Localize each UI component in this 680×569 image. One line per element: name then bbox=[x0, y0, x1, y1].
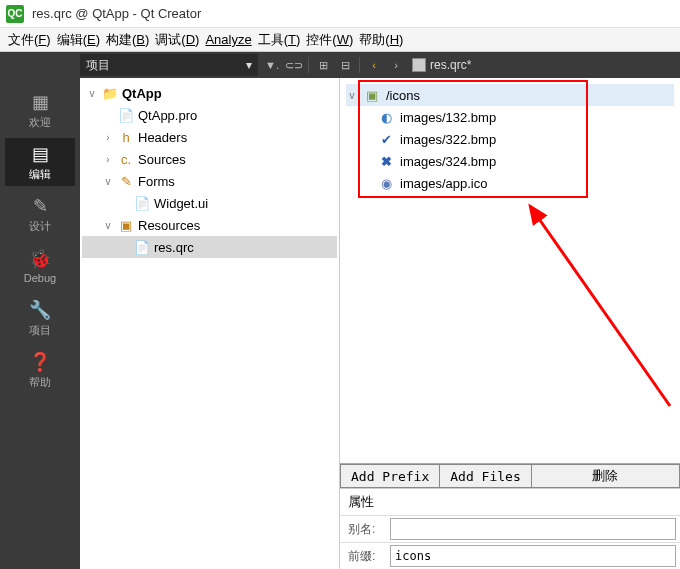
tree-label: Forms bbox=[138, 174, 175, 189]
menubar: 文件(F) 编辑(E) 构建(B) 调试(D) Analyze 工具(T) 控件… bbox=[0, 28, 680, 52]
wrench-icon: 🔧 bbox=[29, 299, 51, 321]
grid-icon: ▦ bbox=[29, 91, 51, 113]
mode-label: 欢迎 bbox=[29, 115, 51, 130]
close-split-icon[interactable]: ⊟ bbox=[335, 55, 355, 75]
expand-icon[interactable]: v bbox=[102, 219, 114, 231]
menu-build[interactable]: 构建(B) bbox=[106, 31, 149, 49]
mode-design[interactable]: ✎ 设计 bbox=[5, 190, 75, 238]
titlebar: QC res.qrc @ QtApp - Qt Creator bbox=[0, 0, 680, 28]
nav-back-icon[interactable]: ‹ bbox=[364, 55, 384, 75]
link-icon[interactable]: ⊂⊃ bbox=[284, 55, 304, 75]
mode-projects[interactable]: 🔧 项目 bbox=[5, 294, 75, 342]
tree-project-root[interactable]: v 📁 QtApp bbox=[82, 82, 337, 104]
tree-headers-folder[interactable]: › h Headers bbox=[82, 126, 337, 148]
alias-input[interactable] bbox=[390, 518, 676, 540]
resource-editor-tree[interactable]: v ▣ /icons ◐ images/132.bmp ✔ images/322… bbox=[340, 78, 680, 463]
file-icon: 📄 bbox=[118, 107, 134, 123]
prefix-input[interactable] bbox=[390, 545, 676, 567]
menu-edit[interactable]: 编辑(E) bbox=[57, 31, 100, 49]
toolbar: 项目 ▾ ▼. ⊂⊃ ⊞ ⊟ ‹ › res.qrc* bbox=[0, 52, 680, 78]
resource-file-label: images/324.bmp bbox=[400, 154, 496, 169]
tree-label: QtApp.pro bbox=[138, 108, 197, 123]
expand-icon[interactable]: v bbox=[86, 87, 98, 99]
resource-file-label: images/app.ico bbox=[400, 176, 487, 191]
mode-label: 编辑 bbox=[29, 167, 51, 182]
tree-resources-folder[interactable]: v ▣ Resources bbox=[82, 214, 337, 236]
edit-icon: ▤ bbox=[29, 143, 51, 165]
tree-pro-file[interactable]: 📄 QtApp.pro bbox=[82, 104, 337, 126]
collapse-icon[interactable]: › bbox=[102, 131, 114, 143]
pencil-icon: ✎ bbox=[29, 195, 51, 217]
menu-tools[interactable]: 工具(T) bbox=[258, 31, 301, 49]
folder-forms-icon: ✎ bbox=[118, 173, 134, 189]
menu-analyze[interactable]: Analyze bbox=[205, 32, 251, 47]
project-selector[interactable]: 项目 ▾ bbox=[80, 54, 258, 76]
project-tree[interactable]: v 📁 QtApp 📄 QtApp.pro › h Headers › c. S… bbox=[80, 78, 340, 569]
resource-editor-bottom: Add Prefix Add Files 删除 属性 别名: 前缀: bbox=[340, 463, 680, 569]
bug-icon: 🐞 bbox=[29, 248, 51, 270]
tree-label: Headers bbox=[138, 130, 187, 145]
tree-label: res.qrc bbox=[154, 240, 194, 255]
add-prefix-button[interactable]: Add Prefix bbox=[340, 464, 440, 488]
tree-forms-folder[interactable]: v ✎ Forms bbox=[82, 170, 337, 192]
qrc-file-icon: 📄 bbox=[134, 239, 150, 255]
resource-file-row[interactable]: ✔ images/322.bmp bbox=[346, 128, 674, 150]
filter-icon[interactable]: ▼. bbox=[262, 55, 282, 75]
resource-file-label: images/322.bmp bbox=[400, 132, 496, 147]
tree-label: Resources bbox=[138, 218, 200, 233]
tree-widget-ui[interactable]: 📄 Widget.ui bbox=[82, 192, 337, 214]
properties-section-title: 属性 bbox=[340, 489, 680, 515]
mode-edit[interactable]: ▤ 编辑 bbox=[5, 138, 75, 186]
prefix-icon: ▣ bbox=[364, 87, 380, 103]
ui-file-icon: 📄 bbox=[134, 195, 150, 211]
add-split-icon[interactable]: ⊞ bbox=[313, 55, 333, 75]
resource-prefix-label: /icons bbox=[386, 88, 420, 103]
chevron-down-icon: ▾ bbox=[246, 58, 252, 72]
app-logo-icon: QC bbox=[6, 5, 24, 23]
mode-label: 帮助 bbox=[29, 375, 51, 390]
mode-label: 项目 bbox=[29, 323, 51, 338]
tree-label: QtApp bbox=[122, 86, 162, 101]
open-file-name: res.qrc* bbox=[430, 58, 471, 72]
delete-button[interactable]: 删除 bbox=[532, 464, 680, 488]
tree-label: Widget.ui bbox=[154, 196, 208, 211]
mode-label: 设计 bbox=[29, 219, 51, 234]
expand-icon[interactable]: v bbox=[346, 89, 358, 101]
help-icon: ❓ bbox=[29, 351, 51, 373]
resource-file-label: images/132.bmp bbox=[400, 110, 496, 125]
alias-label: 别名: bbox=[340, 517, 390, 542]
tree-label: Sources bbox=[138, 152, 186, 167]
collapse-icon[interactable]: › bbox=[102, 153, 114, 165]
folder-res-icon: ▣ bbox=[118, 217, 134, 233]
add-files-button[interactable]: Add Files bbox=[440, 464, 531, 488]
cross-icon: ✖ bbox=[378, 153, 394, 169]
expand-icon[interactable]: v bbox=[102, 175, 114, 187]
mode-sidebar: ▦ 欢迎 ▤ 编辑 ✎ 设计 🐞 Debug 🔧 项目 ❓ 帮助 bbox=[0, 78, 80, 569]
mode-help[interactable]: ❓ 帮助 bbox=[5, 346, 75, 394]
resource-file-row[interactable]: ◉ images/app.ico bbox=[346, 172, 674, 194]
menu-help[interactable]: 帮助(H) bbox=[359, 31, 403, 49]
mode-debug[interactable]: 🐞 Debug bbox=[5, 242, 75, 290]
resource-file-row[interactable]: ✖ images/324.bmp bbox=[346, 150, 674, 172]
menu-debug[interactable]: 调试(D) bbox=[155, 31, 199, 49]
mode-welcome[interactable]: ▦ 欢迎 bbox=[5, 86, 75, 134]
menu-file[interactable]: 文件(F) bbox=[8, 31, 51, 49]
check-icon: ✔ bbox=[378, 131, 394, 147]
open-file-path: res.qrc* bbox=[412, 58, 471, 72]
nav-forward-icon[interactable]: › bbox=[386, 55, 406, 75]
resource-file-row[interactable]: ◐ images/132.bmp bbox=[346, 106, 674, 128]
window-title: res.qrc @ QtApp - Qt Creator bbox=[32, 6, 201, 21]
folder-icon: 📁 bbox=[102, 85, 118, 101]
tree-res-qrc[interactable]: 📄 res.qrc bbox=[82, 236, 337, 258]
folder-c-icon: c. bbox=[118, 151, 134, 167]
folder-h-icon: h bbox=[118, 129, 134, 145]
bmp-icon: ◐ bbox=[378, 109, 394, 125]
mode-label: Debug bbox=[24, 272, 56, 284]
menu-widgets[interactable]: 控件(W) bbox=[306, 31, 353, 49]
separator bbox=[359, 57, 360, 73]
prefix-label: 前缀: bbox=[340, 544, 390, 569]
tree-sources-folder[interactable]: › c. Sources bbox=[82, 148, 337, 170]
ico-icon: ◉ bbox=[378, 175, 394, 191]
file-icon bbox=[412, 58, 426, 72]
resource-prefix-row[interactable]: v ▣ /icons bbox=[346, 84, 674, 106]
